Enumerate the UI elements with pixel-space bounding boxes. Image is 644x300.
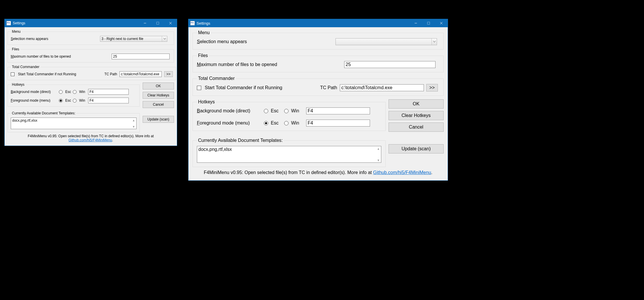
ok-button[interactable]: OK [143, 83, 174, 89]
tc-legend: Total Commander [11, 65, 41, 69]
scroll-down-icon[interactable]: ▼ [131, 125, 136, 129]
bg-win-label: Win [291, 108, 303, 114]
hotkeys-group: Hotkeys Background mode (direct) Esc Win… [8, 83, 140, 107]
hotkeys-legend: Hotkeys [197, 99, 216, 105]
bg-win-radio[interactable] [284, 109, 289, 113]
selection-menu-dropdown[interactable]: 3 - Right next to current file [100, 36, 167, 42]
settings-window-large: Settings Menu Selection menu appears Fil… [188, 19, 448, 181]
ok-button[interactable]: OK [389, 99, 444, 109]
files-group: Files Maximum number of files to be open… [193, 53, 444, 72]
fg-win-radio[interactable] [284, 121, 289, 125]
bg-win-radio[interactable] [73, 90, 77, 94]
maximize-button[interactable] [151, 19, 164, 27]
templates-textarea[interactable]: docx,png,rtf,xlsx ▲ ▼ [197, 146, 381, 163]
cancel-button[interactable]: Cancel [143, 101, 174, 108]
hotkeys-group: Hotkeys Background mode (direct) Esc Win… [193, 99, 386, 131]
fg-win-label: Win [79, 98, 85, 103]
bg-mode-label: Background mode (direct) [197, 108, 262, 114]
max-files-value: 25 [113, 54, 117, 58]
maximize-button[interactable] [422, 19, 435, 27]
templates-value: docx,png,rtf,xlsx [198, 147, 232, 152]
templates-group: Currently Available Document Templates: … [193, 138, 386, 167]
fg-hotkey-input[interactable]: F4 [88, 98, 129, 103]
settings-window-small: Settings Menu Selection menu appears 3 -… [4, 19, 177, 146]
svg-rect-1 [157, 22, 159, 24]
footer-link[interactable]: Github.com/hi5/F4MiniMenu [373, 170, 431, 175]
files-legend: Files [197, 53, 209, 58]
update-scan-button[interactable]: Update (scan) [389, 144, 444, 153]
selection-menu-dropdown[interactable] [335, 38, 437, 45]
max-files-label: Maximum number of files to be opened [11, 54, 109, 58]
scroll-down-icon[interactable]: ▼ [376, 158, 381, 162]
scrollbar[interactable]: ▲ ▼ [131, 118, 136, 129]
clear-hotkeys-button[interactable]: Clear Hotkeys [143, 92, 174, 99]
templates-group: Currently Available Document Templates: … [8, 111, 140, 132]
fg-esc-radio[interactable] [264, 121, 268, 125]
templates-legend: Currently Available Document Templates: [197, 138, 284, 143]
templates-value: docx,png,rtf,xlsx [12, 118, 37, 122]
tc-path-input[interactable]: c:\totalcmd\Totalcmd.exe [119, 71, 162, 77]
bg-hotkey-input[interactable]: F4 [88, 89, 129, 95]
menu-legend: Menu [197, 30, 211, 35]
max-files-input[interactable]: 25 [112, 54, 170, 59]
bg-hotkey-value: F4 [90, 90, 94, 94]
menu-group: Menu Selection menu appears [193, 30, 444, 50]
bg-hotkey-input[interactable]: F4 [306, 107, 370, 114]
scroll-up-icon[interactable]: ▲ [131, 118, 136, 122]
fg-hotkey-input[interactable]: F4 [306, 120, 370, 127]
bg-esc-label: Esc [271, 108, 282, 114]
bg-esc-radio[interactable] [59, 90, 63, 94]
svg-rect-5 [427, 22, 430, 24]
cancel-button[interactable]: Cancel [389, 122, 444, 132]
chevron-down-icon [431, 39, 437, 45]
selection-menu-label: Selection menu appears [197, 39, 333, 44]
max-files-input[interactable]: 25 [344, 61, 436, 68]
tc-path-browse-button[interactable]: >> [426, 84, 438, 92]
titlebar[interactable]: Settings [5, 19, 177, 27]
fg-esc-radio[interactable] [59, 99, 63, 103]
tc-group: Total Commander Start Total Commander if… [193, 76, 444, 96]
chevron-down-icon [162, 36, 167, 41]
clear-hotkeys-button[interactable]: Clear Hotkeys [389, 111, 444, 120]
start-tc-checkbox[interactable] [197, 86, 201, 90]
footer-suffix: . [431, 170, 432, 175]
titlebar[interactable]: Settings [188, 19, 448, 27]
fg-win-radio[interactable] [73, 99, 77, 103]
templates-textarea[interactable]: docx,png,rtf,xlsx ▲ ▼ [11, 118, 137, 129]
start-tc-checkbox[interactable] [11, 72, 14, 76]
bg-esc-radio[interactable] [264, 109, 268, 113]
bg-mode-label: Background mode (direct) [11, 90, 57, 94]
start-tc-label: Start Total Commander if not Running [205, 85, 318, 90]
tc-path-value: c:\totalcmd\Totalcmd.exe [121, 72, 159, 76]
tc-path-input[interactable]: c:\totalcmd\Totalcmd.exe [340, 84, 424, 91]
max-files-value: 25 [346, 62, 351, 67]
tc-group: Total Commander Start Total Commander if… [8, 65, 176, 80]
footer-link[interactable]: Github.com/hi5/F4MiniMenu [68, 138, 112, 142]
client-area: Menu Selection menu appears 3 - Right ne… [5, 27, 177, 146]
minimize-button[interactable] [409, 19, 422, 27]
scroll-up-icon[interactable]: ▲ [376, 147, 381, 151]
window-title: Settings [13, 21, 25, 25]
app-icon [6, 21, 11, 25]
footer: F4MiniMenu v0.95: Open selected file(s) … [193, 167, 444, 176]
tc-path-label: TC Path [104, 72, 117, 76]
scrollbar[interactable]: ▲ ▼ [376, 147, 381, 162]
menu-group: Menu Selection menu appears 3 - Right ne… [8, 30, 174, 45]
fg-esc-label: Esc [271, 120, 282, 126]
update-scan-button[interactable]: Update (scan) [143, 116, 174, 123]
fg-hotkey-value: F4 [308, 120, 313, 126]
footer: F4MiniMenu v0.95: Open selected file(s) … [8, 132, 174, 143]
hotkeys-legend: Hotkeys [11, 83, 26, 87]
tc-path-label: TC Path [320, 85, 338, 90]
menu-legend: Menu [11, 30, 22, 34]
bg-esc-label: Esc [65, 90, 71, 94]
tc-path-browse-button[interactable]: >> [164, 71, 173, 77]
bg-win-label: Win [79, 90, 85, 94]
max-files-label: Maximum number of files to be opened [197, 62, 342, 67]
close-button[interactable] [164, 19, 177, 27]
footer-text: F4MiniMenu v0.95: Open selected file(s) … [204, 170, 373, 175]
close-button[interactable] [435, 19, 448, 27]
minimize-button[interactable] [139, 19, 151, 27]
fg-hotkey-value: F4 [90, 98, 94, 103]
footer-text: F4MiniMenu v0.95: Open selected file(s) … [28, 134, 154, 138]
